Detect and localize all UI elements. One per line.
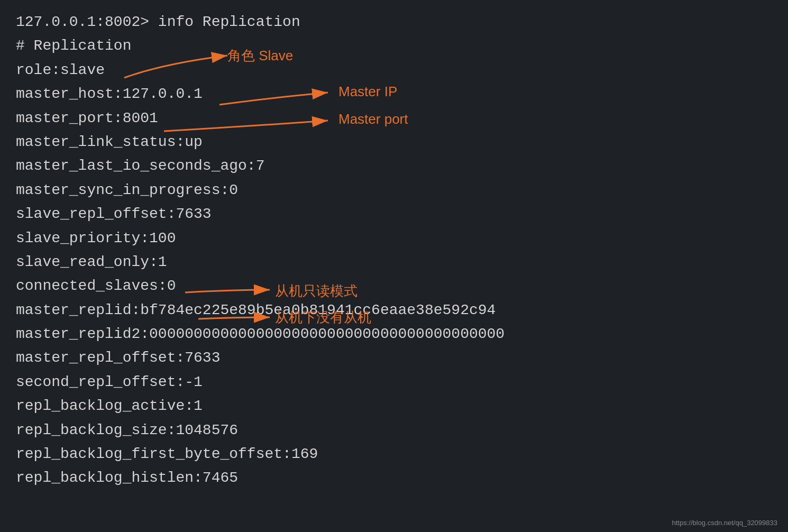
line-text-master_repl_offset: master_repl_offset:7633 (16, 346, 220, 369)
terminal-line-master_replid: master_replid:bf784ec225e89b5ea0b81941cc… (16, 299, 772, 322)
line-text-master_link_status: master_link_status:up (16, 131, 203, 153)
line-text-second_repl_offset: second_repl_offset:-1 (16, 371, 203, 393)
line-text-master_replid2: master_replid2:0000000000000000000000000… (16, 323, 505, 345)
terminal-line-master_port: master_port:8001 (16, 107, 772, 130)
terminal-line-master_host: master_host:127.0.0.1 (16, 82, 772, 105)
line-text-master_sync: master_sync_in_progress:0 (16, 179, 238, 201)
terminal-line-master_replid2: master_replid2:0000000000000000000000000… (16, 323, 772, 345)
line-text-repl_backlog_size: repl_backlog_size:1048576 (16, 419, 238, 442)
line-text-slave_repl_offset: slave_repl_offset:7633 (16, 203, 212, 225)
terminal-line-role: role:slave (16, 59, 772, 81)
terminal-line-repl_backlog_active: repl_backlog_active:1 (16, 395, 772, 417)
line-text-master_port: master_port:8001 (16, 107, 158, 130)
terminal-output: # Replicationrole:slavemaster_host:127.0… (16, 34, 772, 489)
terminal-line-second_repl_offset: second_repl_offset:-1 (16, 371, 772, 393)
line-text-repl_backlog_first: repl_backlog_first_byte_offset:169 (16, 443, 318, 465)
prompt-text: 127.0.0.1:8002> info Replication (16, 11, 300, 33)
line-text-slave_read_only: slave_read_only:1 (16, 251, 167, 273)
line-text-role: role:slave (16, 59, 105, 81)
line-text-repl_backlog_active: repl_backlog_active:1 (16, 395, 203, 417)
line-text-master_replid: master_replid:bf784ec225e89b5ea0b81941cc… (16, 299, 496, 322)
watermark: https://blog.csdn.net/qq_32099833 (672, 519, 778, 527)
line-text-heading: # Replication (16, 34, 131, 57)
prompt-line: 127.0.0.1:8002> info Replication (16, 11, 772, 33)
terminal-line-slave_priority: slave_priority:100 (16, 227, 772, 250)
terminal-line-repl_backlog_first: repl_backlog_first_byte_offset:169 (16, 443, 772, 465)
line-text-master_host: master_host:127.0.0.1 (16, 82, 203, 105)
terminal-line-master_link_status: master_link_status:up (16, 131, 772, 153)
terminal-line-slave_read_only: slave_read_only:1 (16, 251, 772, 273)
terminal-window: 127.0.0.1:8002> info Replication # Repli… (0, 0, 788, 532)
terminal-line-master_sync: master_sync_in_progress:0 (16, 179, 772, 201)
terminal-line-connected_slaves: connected_slaves:0 (16, 274, 772, 297)
terminal-line-repl_backlog_size: repl_backlog_size:1048576 (16, 419, 772, 442)
terminal-line-slave_repl_offset: slave_repl_offset:7633 (16, 203, 772, 225)
line-text-connected_slaves: connected_slaves:0 (16, 274, 176, 297)
terminal-line-master_last_io: master_last_io_seconds_ago:7 (16, 154, 772, 177)
terminal-line-master_repl_offset: master_repl_offset:7633 (16, 346, 772, 369)
terminal-line-heading: # Replication (16, 34, 772, 57)
line-text-repl_backlog_histlen: repl_backlog_histlen:7465 (16, 466, 238, 489)
terminal-line-repl_backlog_histlen: repl_backlog_histlen:7465 (16, 466, 772, 489)
line-text-master_last_io: master_last_io_seconds_ago:7 (16, 154, 264, 177)
line-text-slave_priority: slave_priority:100 (16, 227, 176, 250)
